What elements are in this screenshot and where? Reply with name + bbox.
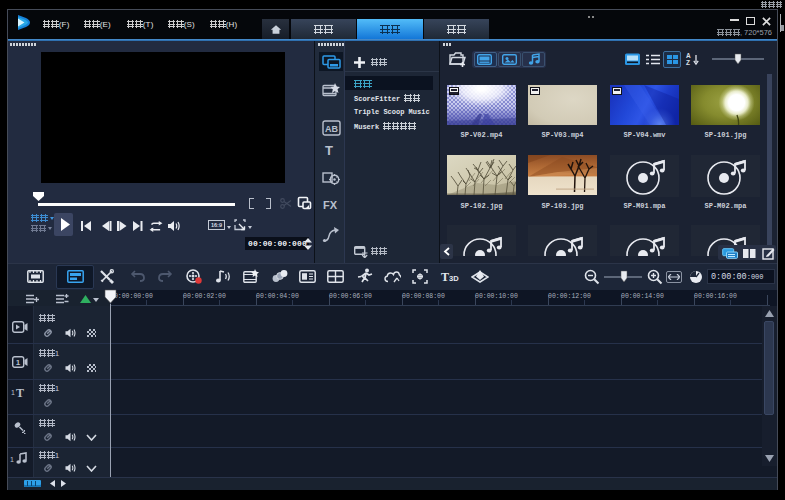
svg-text:AB: AB xyxy=(325,124,338,134)
svg-text:1: 1 xyxy=(16,358,21,367)
